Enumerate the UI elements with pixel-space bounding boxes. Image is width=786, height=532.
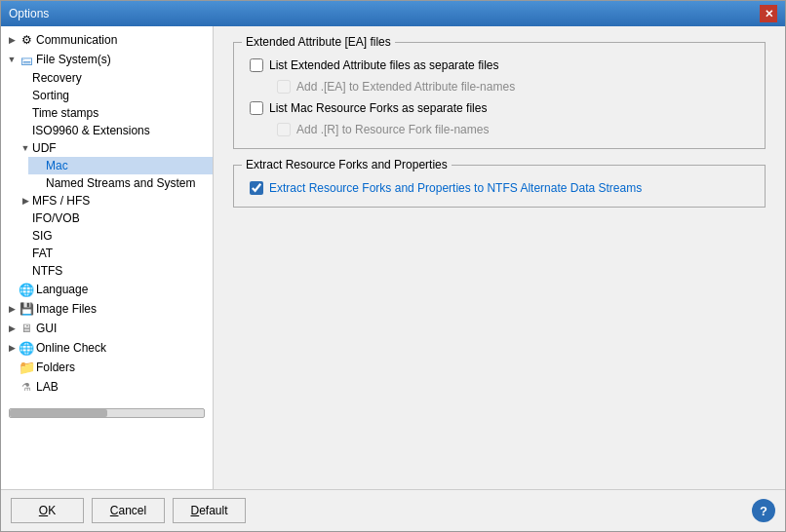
- sidebar-scrollbar[interactable]: [9, 408, 205, 418]
- sidebar-item-filesystem[interactable]: ▼ 🖴 File System(s): [1, 50, 213, 69]
- sidebar: ▶ ⚙ Communication ▼ 🖴 File System(s) Rec…: [1, 26, 214, 489]
- spacer: [32, 159, 46, 172]
- extract-ntfs-checkbox[interactable]: [250, 181, 263, 195]
- list-mac-checkbox[interactable]: [250, 101, 263, 115]
- list-mac-option-row: List Mac Resource Forks as separate file…: [250, 101, 749, 115]
- expand-icon: ▶: [5, 33, 19, 47]
- expand-icon: ▶: [19, 194, 32, 208]
- sidebar-item-online-check[interactable]: ▶ 🌐 Online Check: [1, 338, 213, 358]
- cancel-button[interactable]: Cancel: [92, 498, 165, 523]
- options-window: Options ✕ ▶ ⚙ Communication ▼ 🖴 File Sys…: [0, 0, 786, 532]
- sidebar-item-timestamps[interactable]: Time stamps: [15, 104, 213, 122]
- gear-icon: ⚙: [19, 32, 34, 48]
- sidebar-item-label: Communication: [36, 33, 117, 47]
- sidebar-item-udf[interactable]: ▼ UDF: [15, 139, 213, 157]
- sidebar-item-label: ISO9960 & Extensions: [32, 124, 150, 137]
- sidebar-item-mfshfs[interactable]: ▶ MFS / HFS: [15, 192, 213, 209]
- sidebar-item-label: File System(s): [36, 53, 111, 66]
- spacer: [5, 361, 19, 374]
- fs-icon: 🖴: [19, 52, 34, 67]
- close-button[interactable]: ✕: [760, 5, 777, 22]
- footer: OK Cancel Default ?: [1, 489, 785, 531]
- sidebar-item-communication[interactable]: ▶ ⚙ Communication: [1, 30, 213, 50]
- language-icon: 🌐: [19, 282, 34, 297]
- spacer: [5, 380, 19, 394]
- sidebar-scrollbar-area: [1, 404, 213, 422]
- sidebar-item-label: Language: [36, 283, 88, 296]
- spacer: [19, 211, 32, 225]
- sidebar-item-mac[interactable]: Mac: [28, 157, 213, 174]
- sidebar-item-label: Recovery: [32, 71, 82, 85]
- sidebar-item-named-streams[interactable]: Named Streams and System: [28, 174, 213, 192]
- spacer: [19, 247, 32, 260]
- expand-icon: ▼: [5, 53, 19, 66]
- spacer: [19, 264, 32, 278]
- sidebar-item-sorting[interactable]: Sorting: [15, 87, 213, 104]
- spacer: [19, 106, 32, 120]
- cancel-label: Cancel: [110, 504, 146, 517]
- help-button[interactable]: ?: [752, 499, 775, 522]
- image-files-icon: 💾: [19, 301, 34, 317]
- spacer: [32, 176, 46, 190]
- window-body: ▶ ⚙ Communication ▼ 🖴 File System(s) Rec…: [1, 26, 785, 489]
- expand-icon: ▶: [5, 341, 19, 355]
- gui-icon: 🖥: [19, 321, 34, 336]
- spacer: [19, 229, 32, 243]
- ok-label: OK: [39, 504, 56, 517]
- extract-section-title: Extract Resource Forks and Properties: [242, 158, 452, 171]
- sidebar-item-label: SIG: [32, 229, 53, 243]
- sidebar-scrollbar-thumb: [10, 409, 107, 417]
- extract-ntfs-label: Extract Resource Forks and Properties to…: [269, 181, 642, 195]
- sidebar-item-label: GUI: [36, 322, 57, 335]
- lab-icon: ⚗: [19, 379, 34, 395]
- ea-section: Extended Attribute [EA] files List Exten…: [233, 42, 766, 149]
- sidebar-item-label: Online Check: [36, 341, 106, 355]
- add-r-option-row: Add .[R] to Resource Fork file-names: [277, 123, 749, 136]
- sidebar-item-label: FAT: [32, 247, 53, 260]
- folder-icon: 📁: [19, 360, 34, 375]
- add-ea-checkbox[interactable]: [277, 80, 291, 94]
- list-mac-label: List Mac Resource Forks as separate file…: [269, 101, 487, 115]
- sidebar-item-label: LAB: [36, 380, 59, 394]
- sidebar-item-label: UDF: [32, 141, 57, 155]
- sidebar-item-label: Mac: [46, 159, 68, 172]
- sidebar-item-language[interactable]: 🌐 Language: [1, 280, 213, 299]
- expand-icon: ▶: [5, 302, 19, 316]
- sidebar-item-ntfs[interactable]: NTFS: [15, 262, 213, 280]
- list-ea-checkbox[interactable]: [250, 58, 263, 72]
- sidebar-item-image-files[interactable]: ▶ 💾 Image Files: [1, 299, 213, 319]
- spacer: [19, 89, 32, 102]
- sidebar-item-label: Image Files: [36, 302, 97, 316]
- sidebar-item-gui[interactable]: ▶ 🖥 GUI: [1, 319, 213, 338]
- sidebar-item-lab[interactable]: ⚗ LAB: [1, 377, 213, 397]
- add-r-checkbox[interactable]: [277, 123, 291, 136]
- spacer: [5, 283, 19, 296]
- spacer: [19, 71, 32, 85]
- add-ea-label: Add .[EA] to Extended Attribute file-nam…: [296, 80, 515, 94]
- extract-ntfs-option-row: Extract Resource Forks and Properties to…: [250, 181, 749, 195]
- sidebar-item-label: IFO/VOB: [32, 211, 80, 225]
- expand-icon: ▶: [5, 322, 19, 335]
- sidebar-item-sig[interactable]: SIG: [15, 227, 213, 245]
- ok-button[interactable]: OK: [11, 498, 84, 523]
- spacer: [19, 124, 32, 137]
- help-label: ?: [760, 504, 767, 518]
- sidebar-item-label: NTFS: [32, 264, 62, 278]
- sidebar-item-label: Time stamps: [32, 106, 98, 120]
- window-title: Options: [9, 7, 49, 20]
- sidebar-item-iso9960[interactable]: ISO9960 & Extensions: [15, 122, 213, 139]
- expand-icon: ▼: [19, 141, 32, 155]
- default-label: Default: [190, 504, 227, 517]
- add-ea-option-row: Add .[EA] to Extended Attribute file-nam…: [277, 80, 749, 94]
- sidebar-item-label: Folders: [36, 361, 75, 374]
- online-check-icon: 🌐: [19, 340, 34, 356]
- sidebar-item-folders[interactable]: 📁 Folders: [1, 358, 213, 377]
- sidebar-item-fat[interactable]: FAT: [15, 245, 213, 262]
- sidebar-item-ifovob[interactable]: IFO/VOB: [15, 209, 213, 227]
- list-ea-option-row: List Extended Attribute files as separat…: [250, 58, 749, 72]
- default-button[interactable]: Default: [173, 498, 246, 523]
- sidebar-item-label: MFS / HFS: [32, 194, 90, 208]
- sidebar-item-recovery[interactable]: Recovery: [15, 69, 213, 87]
- list-ea-label: List Extended Attribute files as separat…: [269, 58, 498, 72]
- add-r-label: Add .[R] to Resource Fork file-names: [296, 123, 489, 136]
